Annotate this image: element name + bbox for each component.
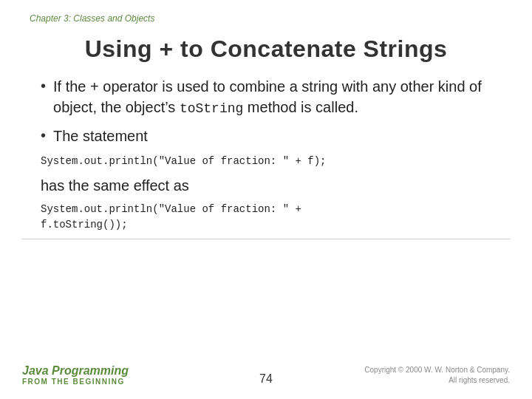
bullet-text-1: If the + operator is used to combine a s… — [53, 76, 491, 118]
footer-left: Java Programming FROM THE BEGINNING — [22, 364, 230, 386]
code-block-1: System.out.println("Value of fraction: "… — [41, 154, 532, 169]
prose-text: has the same effect as — [41, 175, 532, 196]
slide-title: Using + to Concatenate Strings — [0, 0, 532, 76]
code-block-2-line2: f.toString()); — [41, 217, 532, 233]
footer-brand: Java Programming — [22, 364, 230, 378]
bullet-icon-1: • — [41, 78, 46, 95]
bullet-text-1-after: method is called. — [243, 99, 358, 115]
footer: Java Programming FROM THE BEGINNING 74 C… — [0, 364, 532, 386]
code-block-2-line1: System.out.println("Value of fraction: "… — [41, 202, 532, 217]
bullet-text-1-mono: toString — [180, 101, 243, 116]
footer-copyright: Copyright © 2000 W. W. Norton & Company.… — [302, 365, 510, 386]
bullet-text-2: The statement — [53, 126, 148, 146]
footer-page: 74 — [230, 372, 302, 386]
footer-divider — [22, 239, 510, 239]
bullet-icon-2: • — [41, 127, 46, 144]
footer-rights-line2: All rights reserved. — [302, 375, 510, 386]
bullet-item-1: • If the + operator is used to combine a… — [41, 76, 491, 118]
chapter-label: Chapter 3: Classes and Objects — [30, 13, 154, 24]
bullet-item-2: • The statement — [41, 126, 491, 146]
code-block-2: System.out.println("Value of fraction: "… — [41, 202, 532, 233]
footer-sub: FROM THE BEGINNING — [22, 378, 230, 386]
footer-copyright-line1: Copyright © 2000 W. W. Norton & Company. — [302, 365, 510, 375]
